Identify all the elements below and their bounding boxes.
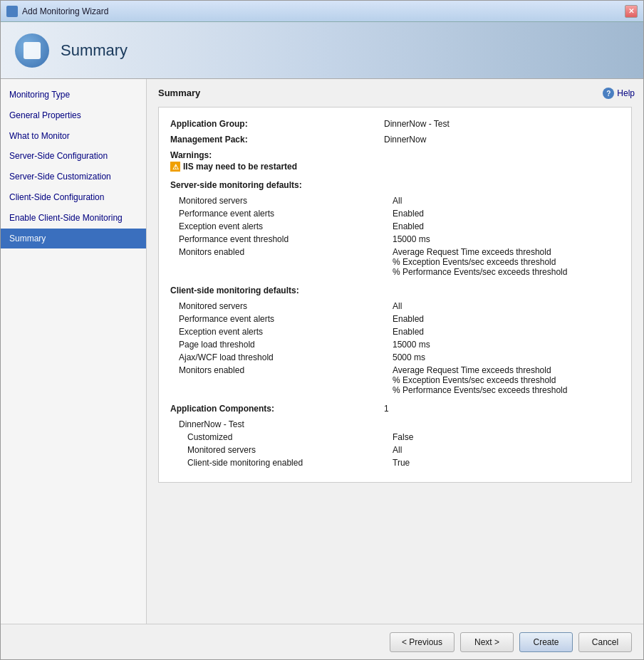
warnings-row: Warnings: ⚠ IIS may need to be restarted bbox=[170, 150, 620, 172]
client-page-load-value: 15000 ms bbox=[393, 340, 430, 350]
previous-button[interactable]: < Previous bbox=[390, 632, 455, 652]
client-monitor-val-1: % Exception Events/sec exceeds threshold bbox=[393, 375, 567, 385]
warning-detail-text: IIS may need to be restarted bbox=[183, 162, 297, 172]
help-label: Help bbox=[617, 88, 635, 98]
help-icon: ? bbox=[603, 88, 614, 99]
client-exception-alerts-row: Exception event alerts Enabled bbox=[170, 327, 620, 337]
app-customized-label: Customized bbox=[179, 432, 393, 442]
client-perf-alerts-row: Performance event alerts Enabled bbox=[170, 314, 620, 324]
sidebar-item-monitoring-type[interactable]: Monitoring Type bbox=[1, 85, 146, 105]
warning-icon: ⚠ bbox=[170, 162, 180, 172]
sidebar-item-general-properties[interactable]: General Properties bbox=[1, 105, 146, 126]
app-monitored-servers-value: All bbox=[393, 445, 402, 455]
wizard-icon bbox=[15, 33, 49, 68]
client-ajax-label: Ajax/WCF load threshold bbox=[179, 352, 393, 362]
server-perf-alerts-row: Performance event alerts Enabled bbox=[170, 209, 620, 219]
footer: < Previous Next > Create Cancel bbox=[1, 624, 643, 659]
next-button[interactable]: Next > bbox=[460, 632, 514, 652]
sidebar-item-client-side-config[interactable]: Client-Side Configuration bbox=[1, 187, 146, 208]
app-component-name-row: DinnerNow - Test bbox=[170, 419, 620, 429]
app-customized-value: False bbox=[393, 432, 413, 442]
app-components-value: 1 bbox=[384, 404, 389, 414]
sidebar-item-server-side-config[interactable]: Server-Side Configuration bbox=[1, 146, 146, 167]
warnings-label: Warnings: bbox=[170, 150, 620, 160]
server-defaults-label: Server-side monitoring defaults: bbox=[170, 180, 384, 190]
app-client-monitoring-row: Client-side monitoring enabled True bbox=[170, 458, 620, 468]
server-monitors-enabled-values: Average Request Time exceeds threshold %… bbox=[393, 247, 567, 277]
mgmt-pack-label: Management Pack: bbox=[170, 135, 384, 145]
server-monitored-label: Monitored servers bbox=[179, 196, 393, 206]
app-components-label: Application Components: bbox=[170, 404, 384, 414]
mgmt-pack-row: Management Pack: DinnerNow bbox=[170, 135, 620, 145]
app-monitored-servers-row: Monitored servers All bbox=[170, 445, 620, 455]
client-defaults-row: Client-side monitoring defaults: bbox=[170, 286, 620, 295]
section-title: Summary bbox=[158, 88, 632, 98]
client-defaults-label: Client-side monitoring defaults: bbox=[170, 286, 384, 295]
mgmt-pack-value: DinnerNow bbox=[384, 135, 426, 145]
server-exception-alerts-value: Enabled bbox=[393, 221, 424, 231]
client-monitor-val-2: % Performance Events/sec exceeds thresho… bbox=[393, 385, 567, 395]
main-content-area: ? Help Summary Application Group: Dinner… bbox=[147, 79, 643, 624]
client-monitored-label: Monitored servers bbox=[179, 301, 393, 311]
app-group-label: Application Group: bbox=[170, 119, 384, 129]
sidebar-item-server-side-custom[interactable]: Server-Side Customization bbox=[1, 167, 146, 187]
server-monitored-servers-row: Monitored servers All bbox=[170, 196, 620, 206]
title-bar-controls: ✕ bbox=[625, 5, 638, 18]
client-monitor-val-0: Average Request Time exceeds threshold bbox=[393, 365, 567, 375]
client-monitors-enabled-values: Average Request Time exceeds threshold %… bbox=[393, 365, 567, 395]
app-customized-row: Customized False bbox=[170, 432, 620, 442]
server-exception-alerts-row: Exception event alerts Enabled bbox=[170, 221, 620, 231]
client-perf-alerts-value: Enabled bbox=[393, 314, 424, 324]
client-page-load-label: Page load threshold bbox=[179, 340, 393, 350]
close-button[interactable]: ✕ bbox=[625, 5, 638, 18]
sidebar-item-enable-client-side[interactable]: Enable Client-Side Monitoring bbox=[1, 208, 146, 229]
client-perf-alerts-label: Performance event alerts bbox=[179, 314, 393, 324]
app-client-monitoring-value: True bbox=[393, 458, 410, 468]
server-monitors-enabled-label: Monitors enabled bbox=[179, 247, 393, 257]
app-client-monitoring-label: Client-side monitoring enabled bbox=[179, 458, 393, 468]
server-monitored-value: All bbox=[393, 196, 402, 206]
app-component-name: DinnerNow - Test bbox=[179, 419, 393, 429]
client-monitors-enabled-label: Monitors enabled bbox=[179, 365, 393, 375]
header-title: Summary bbox=[61, 41, 128, 60]
server-defaults-row: Server-side monitoring defaults: bbox=[170, 180, 620, 190]
sidebar-item-what-to-monitor[interactable]: What to Monitor bbox=[1, 126, 146, 147]
client-exception-alerts-value: Enabled bbox=[393, 327, 424, 337]
client-ajax-value: 5000 ms bbox=[393, 352, 425, 362]
main-window: Add Monitoring Wizard ✕ Summary Monitori… bbox=[0, 0, 644, 660]
title-bar: Add Monitoring Wizard ✕ bbox=[1, 1, 643, 22]
client-monitored-value: All bbox=[393, 301, 402, 311]
server-monitor-val-2: % Performance Events/sec exceeds thresho… bbox=[393, 267, 567, 277]
wizard-icon-inner bbox=[24, 42, 41, 59]
server-perf-alerts-value: Enabled bbox=[393, 209, 424, 219]
server-monitors-enabled-row: Monitors enabled Average Request Time ex… bbox=[170, 247, 620, 277]
header-area: Summary bbox=[1, 22, 643, 79]
server-perf-threshold-row: Performance event threshold 15000 ms bbox=[170, 234, 620, 244]
warning-detail-row: ⚠ IIS may need to be restarted bbox=[170, 162, 620, 172]
client-monitored-servers-row: Monitored servers All bbox=[170, 301, 620, 311]
client-ajax-row: Ajax/WCF load threshold 5000 ms bbox=[170, 352, 620, 362]
server-exception-alerts-label: Exception event alerts bbox=[179, 221, 393, 231]
content-area: Monitoring Type General Properties What … bbox=[1, 79, 643, 624]
app-group-row: Application Group: DinnerNow - Test bbox=[170, 119, 620, 129]
app-components-row: Application Components: 1 bbox=[170, 404, 620, 414]
create-button[interactable]: Create bbox=[519, 632, 573, 652]
title-bar-icon bbox=[6, 6, 18, 17]
server-monitor-val-0: Average Request Time exceeds threshold bbox=[393, 247, 567, 257]
app-monitored-servers-label: Monitored servers bbox=[179, 445, 393, 455]
server-perf-threshold-value: 15000 ms bbox=[393, 234, 430, 244]
sidebar-item-summary[interactable]: Summary bbox=[1, 229, 146, 249]
client-monitors-enabled-row: Monitors enabled Average Request Time ex… bbox=[170, 365, 620, 395]
sidebar: Monitoring Type General Properties What … bbox=[1, 79, 147, 624]
server-monitor-val-1: % Exception Events/sec exceeds threshold bbox=[393, 257, 567, 267]
title-bar-text: Add Monitoring Wizard bbox=[22, 6, 625, 16]
app-group-value: DinnerNow - Test bbox=[384, 119, 450, 129]
client-exception-alerts-label: Exception event alerts bbox=[179, 327, 393, 337]
summary-box: Application Group: DinnerNow - Test Mana… bbox=[158, 107, 632, 483]
server-perf-alerts-label: Performance event alerts bbox=[179, 209, 393, 219]
client-page-load-row: Page load threshold 15000 ms bbox=[170, 340, 620, 350]
cancel-button[interactable]: Cancel bbox=[578, 632, 632, 652]
server-perf-threshold-label: Performance event threshold bbox=[179, 234, 393, 244]
help-link[interactable]: ? Help bbox=[603, 88, 635, 99]
